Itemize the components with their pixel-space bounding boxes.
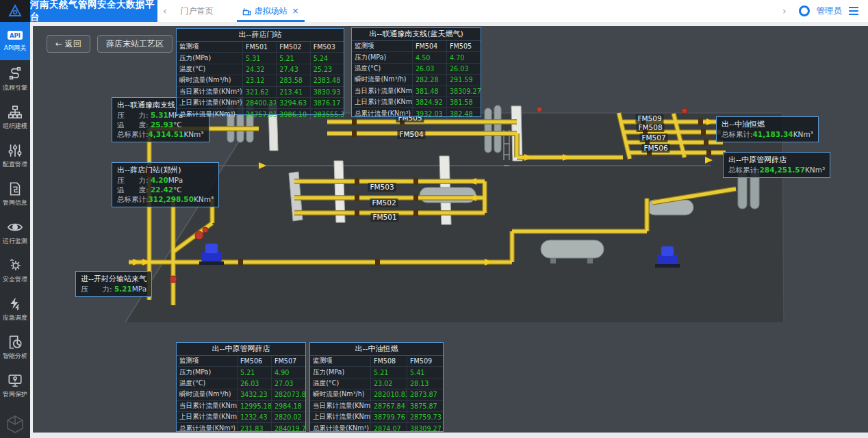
tooltip-title: 出--薛店门站(郑州) bbox=[117, 165, 214, 175]
table-header-row: 监测项FM508FM509 bbox=[310, 356, 443, 366]
table-cell: 282010.83 bbox=[370, 389, 407, 400]
tooltip-line: 压 力: 5.21MPa bbox=[81, 284, 146, 294]
table-cell: 总累计流量(KNm³) bbox=[352, 108, 412, 118]
table-cell: 28.13 bbox=[407, 378, 443, 389]
table-row: 当日累计流量(KNm³)381.4838309.27 bbox=[352, 86, 481, 96]
back-button[interactable]: ← 返回 bbox=[47, 35, 90, 53]
station-area-button[interactable]: 薛店末站工艺区 bbox=[97, 35, 173, 53]
user-name[interactable]: 管理员 bbox=[817, 5, 843, 17]
table-cell: 压力(MPa) bbox=[310, 367, 370, 377]
tooltip-line: 总标累计:284,251.57KNm³ bbox=[728, 165, 825, 175]
fm-tag-FM502: FM502 bbox=[370, 198, 398, 207]
tooltip-zhongyuan-xuedian: 出--中原管网薛店 总标累计:284,251.57KNm³ bbox=[723, 152, 830, 178]
table-cell: 283.58 bbox=[276, 75, 309, 86]
tooltip-zhongyou-hengran: 出--中油恒燃 总标累计:41,183.34KNm³ bbox=[716, 116, 819, 142]
table-row: 温度(°C)23.0228.13 bbox=[310, 378, 443, 389]
sidebar-item-smart-analysis[interactable]: 智能分析 bbox=[0, 328, 30, 367]
table-cell: 5.24 bbox=[310, 53, 344, 63]
tab-virtual-station[interactable]: 虚拟场站 × bbox=[234, 0, 307, 22]
monitor-pin-icon bbox=[8, 373, 23, 388]
table-cell: 温度(°C) bbox=[177, 64, 242, 75]
fm-tag-FM507: FM507 bbox=[639, 133, 667, 142]
table-cell: 38309.27 bbox=[446, 86, 481, 96]
panel-title: 出--联通豫南支线(蓝天燃气) bbox=[352, 28, 481, 41]
table-cell: 3875.87 bbox=[407, 401, 443, 411]
table-cell: 1232.43 bbox=[237, 412, 271, 422]
sidebar-item-process-engine[interactable]: 流程引擎 bbox=[0, 60, 30, 99]
user-avatar[interactable] bbox=[799, 5, 810, 16]
table-cell: 温度(°C) bbox=[352, 64, 412, 74]
table-row: 总累计流量(KNm³)2874.0738309.27 bbox=[310, 422, 443, 433]
table-row: 压力(MPa)5.315.215.24 bbox=[177, 52, 344, 63]
table-cell: 28759.73 bbox=[407, 412, 443, 422]
app-window: 河南天然气管网安全大数据平台 ‹ 门户首页 虚拟场站 × › 管理员 bbox=[0, 0, 868, 438]
table-header-cell: FM505 bbox=[446, 41, 481, 51]
menu-icon[interactable] bbox=[849, 7, 858, 15]
app-logo[interactable] bbox=[0, 0, 30, 22]
panel-title: 出--中原管网薛店 bbox=[177, 343, 305, 356]
sidebar-item-pipeline-protection[interactable]: 管网保护 bbox=[0, 367, 30, 405]
cube-icon[interactable] bbox=[0, 415, 30, 434]
sidebar-item-pipeline-info[interactable]: 管网信息 bbox=[0, 175, 30, 214]
table-row: 总累计流量(KNm³)24757.033986.10283555.37 bbox=[177, 108, 344, 119]
tab-close-icon[interactable]: × bbox=[292, 6, 299, 16]
table-cell: 上日累计流量(KNm³) bbox=[177, 412, 237, 422]
table-header-cell: FM501 bbox=[242, 42, 276, 52]
table-header-cell: FM506 bbox=[237, 356, 271, 366]
tab-label: 门户首页 bbox=[181, 5, 214, 17]
tab-portal-home[interactable]: 门户首页 bbox=[173, 0, 222, 22]
table-cell: 温度(°C) bbox=[310, 378, 370, 389]
table-cell: 2874.07 bbox=[370, 423, 407, 433]
table-header-cell: FM502 bbox=[276, 42, 309, 52]
fm-tag-FM509: FM509 bbox=[635, 114, 663, 123]
table-cell: 2873.87 bbox=[407, 389, 443, 400]
tabs-scroll-right-icon[interactable]: › bbox=[777, 5, 792, 16]
monitor-table: 监测项FM501FM502FM503压力(MPa)5.315.215.24温度(… bbox=[177, 42, 344, 120]
table-cell: 382.48 bbox=[446, 108, 481, 118]
table-cell: 当日累计流量(KNm³) bbox=[352, 86, 412, 96]
table-cell: 381.58 bbox=[446, 97, 481, 107]
table-cell: 5.31 bbox=[242, 53, 276, 63]
tabs-scroll-left-icon[interactable]: ‹ bbox=[157, 5, 173, 16]
table-cell: 26.03 bbox=[446, 64, 481, 74]
table-row: 上日累计流量(KNm³)28400.373294.633876.17 bbox=[177, 97, 344, 108]
monitor-table: 监测项FM506FM507压力(MPa)5.214.90温度(°C)26.032… bbox=[177, 356, 305, 434]
station-tab-icon bbox=[242, 7, 251, 16]
table-cell: 上日累计流量(KNm³) bbox=[177, 98, 242, 108]
table-cell: 3432.23 bbox=[237, 389, 271, 400]
tab-bar: ‹ 门户首页 虚拟场站 × › 管理员 bbox=[157, 0, 868, 22]
fm-tag-FM506: FM506 bbox=[641, 144, 669, 153]
table-cell: 温度(°C) bbox=[177, 378, 237, 389]
table-cell: 当日累计流量(KNm³) bbox=[177, 401, 237, 411]
table-row: 当日累计流量(KNm³)28767.843875.87 bbox=[310, 400, 443, 411]
table-cell: 231.83 bbox=[237, 423, 271, 433]
table-row: 温度(°C)24.3227.4325.23 bbox=[177, 64, 344, 75]
org-chart-icon bbox=[8, 105, 23, 120]
table-row: 瞬时流量(Nm³/h)282010.832873.87 bbox=[310, 389, 443, 400]
sidebar-item-emergency-dispatch[interactable]: 应急调度 bbox=[0, 290, 30, 328]
sidebar-item-operation-monitor[interactable]: 运行监测 bbox=[0, 214, 30, 252]
table-row: 瞬时流量(Nm³/h)282.28291.59 bbox=[352, 74, 481, 85]
table-header-cell: FM504 bbox=[412, 41, 446, 51]
sidebar-item-config-mgmt[interactable]: 配置管理 bbox=[0, 137, 30, 175]
table-cell: 5.21 bbox=[276, 53, 309, 63]
gear-icon bbox=[8, 258, 23, 273]
table-cell: 3986.10 bbox=[276, 109, 309, 119]
table-cell: 28400.37 bbox=[242, 98, 276, 108]
table-cell: 5.21 bbox=[370, 367, 407, 377]
table-cell: 27.43 bbox=[276, 64, 309, 75]
table-cell: 282073.89 bbox=[271, 389, 305, 400]
table-cell: 26.03 bbox=[237, 378, 271, 389]
sidebar-item-safety-mgmt[interactable]: 安全管理 bbox=[0, 252, 30, 290]
table-cell: 4.70 bbox=[446, 52, 481, 62]
table-header-row: 监测项FM501FM502FM503 bbox=[177, 42, 344, 52]
sidebar-item-api-gateway[interactable]: API API网关 bbox=[0, 22, 30, 60]
sidebar-item-org-modeling[interactable]: 组织建模 bbox=[0, 99, 30, 137]
table-header-row: 监测项FM504FM505 bbox=[352, 41, 481, 51]
top-header: 河南天然气管网安全大数据平台 ‹ 门户首页 虚拟场站 × › 管理员 bbox=[0, 0, 868, 22]
table-cell: 283555.37 bbox=[310, 109, 344, 119]
left-sidebar: API API网关 流程引擎 组织建模 配置管理 bbox=[0, 22, 30, 438]
table-cell: 25.23 bbox=[310, 64, 344, 75]
table-cell: 213.41 bbox=[276, 87, 309, 97]
sidebar-item-label: 组织建模 bbox=[3, 122, 27, 130]
